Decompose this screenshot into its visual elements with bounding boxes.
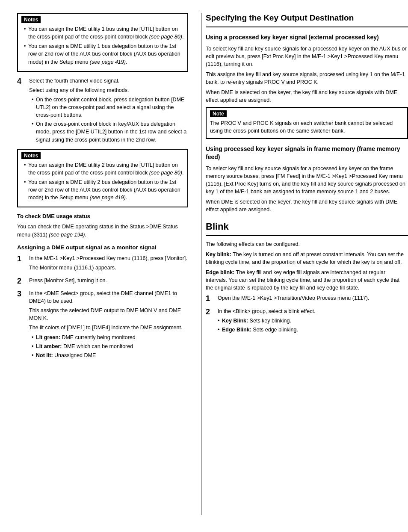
- note-title-right: Note: [210, 110, 227, 117]
- step-4-bullets: On the cross-point control block, press …: [29, 96, 188, 144]
- step-4-bullet: On the cross-point control block in key/…: [32, 120, 188, 143]
- assigning-step-2-number: 2: [17, 277, 26, 286]
- section2-title: Using processed key keyer signals in fra…: [206, 145, 408, 161]
- section1-title: Using a processed key keyer signal (exte…: [206, 33, 408, 41]
- note-item: You can assign the DME utility 2 bus usi…: [24, 161, 184, 177]
- section-frame-memory: Using processed key keyer signals in fra…: [206, 145, 408, 214]
- blink-intro: The following effects can be configured.: [206, 240, 408, 248]
- note-body-right: The PROC V and PROC K signals on each sw…: [210, 119, 404, 135]
- blink-effect-2: Edge blink: The key fill and key edge fi…: [206, 269, 408, 292]
- blink-step-1-text: Open the M/E-1 >Key1 >Transition/Video P…: [218, 294, 408, 302]
- notes-box-2: Notes You can assign the DME utility 2 b…: [17, 149, 188, 208]
- assigning-step-1-content: In the M/E-1 >Key1 >Processed Key menu (…: [29, 254, 188, 273]
- blink-bullet: Key Blink: Sets key blinking.: [218, 317, 408, 325]
- note-italic: (see page 419): [90, 195, 126, 201]
- right-column: Specifying the Key Output Destination Us…: [201, 13, 408, 515]
- blink-effect-1: Key blink: The key is turned on and off …: [206, 251, 408, 266]
- assigning-step-2-content: Press [Monitor Set], turning it on.: [29, 277, 188, 286]
- assigning-step-3-number: 3: [17, 290, 26, 299]
- blink-effect-1-bold: Key blink:: [206, 251, 231, 257]
- assigning-step-3: 3 In the <DME Select> group, select the …: [17, 290, 188, 361]
- blink-step-2-number: 2: [206, 307, 214, 317]
- step-4-bullet: On the cross-point control block, press …: [32, 96, 188, 119]
- blink-step-1-content: Open the M/E-1 >Key1 >Transition/Video P…: [218, 294, 408, 304]
- blink-step-1-number: 1: [206, 294, 214, 304]
- check-dme-body: You can check the DME operating status i…: [17, 223, 188, 238]
- left-column: Notes You can assign the DME utility 1 b…: [17, 13, 201, 515]
- section1-body2: This assigns the key fill and key source…: [206, 71, 408, 86]
- blink-title: Blink: [206, 221, 408, 236]
- note-italic: (see page 80): [149, 170, 182, 176]
- notes-list-2: You can assign the DME utility 2 bus usi…: [21, 161, 184, 202]
- assigning-step-1-text: In the M/E-1 >Key1 >Processed Key menu (…: [29, 254, 188, 262]
- check-dme-heading: To check DME usage status: [17, 213, 188, 220]
- notes-title-2: Notes: [21, 152, 41, 159]
- assigning-step-2: 2 Press [Monitor Set], turning it on.: [17, 277, 188, 286]
- page: Notes You can assign the DME utility 1 b…: [0, 0, 408, 532]
- step-4-content: Select the fourth channel video signal. …: [29, 77, 188, 145]
- notes-box-1: Notes You can assign the DME utility 1 b…: [17, 13, 188, 72]
- assigning-bullet: Lit green: DME currently being monitored: [32, 334, 188, 341]
- assigning-section: Assigning a DME output signal as a monit…: [17, 244, 188, 361]
- note-italic: (see page 419): [90, 59, 126, 65]
- blink-step-1: 1 Open the M/E-1 >Key1 >Transition/Video…: [206, 294, 408, 304]
- step-4-main: Select the fourth channel video signal.: [29, 77, 188, 85]
- note-item: You can assign a DME utility 2 bus deleg…: [24, 178, 184, 201]
- blink-step-2-content: In the <Blink> group, select a blink eff…: [218, 307, 408, 335]
- note-box-right: Note The PROC V and PROC K signals on ea…: [206, 107, 408, 139]
- blink-effect-2-bold: Edge blink:: [206, 269, 234, 275]
- blink-step-2-bullets: Key Blink: Sets key blinking. Edge Blink…: [218, 317, 408, 334]
- blink-bullet: Edge Blink: Sets edge blinking.: [218, 326, 408, 334]
- check-dme-italic: (see page 194): [49, 232, 85, 238]
- blink-step-2-text: In the <Blink> group, select a blink eff…: [218, 307, 408, 315]
- section1-body3: When DME is selected on the keyer, the k…: [206, 89, 408, 104]
- notes-title-1: Notes: [21, 16, 41, 23]
- assigning-step-1-sub: The Monitor menu (1116.1) appears.: [29, 264, 188, 272]
- main-title: Specifying the Key Output Destination: [206, 13, 408, 27]
- step-4: 4 Select the fourth channel video signal…: [17, 77, 188, 145]
- blink-bullet-bold: Edge Blink:: [222, 327, 251, 333]
- assigning-step-3-text: In the <DME Select> group, select the DM…: [29, 290, 188, 305]
- section1-body1: To select key fill and key source signal…: [206, 45, 408, 68]
- note-item: You can assign a DME utility 1 bus deleg…: [24, 42, 184, 65]
- assigning-step-3-sub1: This assigns the selected DME output to …: [29, 307, 188, 322]
- check-dme-section: To check DME usage status You can check …: [17, 213, 188, 238]
- assigning-bullet-bold: Lit amber:: [36, 343, 62, 349]
- assigning-step-3-content: In the <DME Select> group, select the DM…: [29, 290, 188, 361]
- assigning-heading: Assigning a DME output signal as a monit…: [17, 244, 188, 252]
- step-4-number: 4: [17, 77, 26, 86]
- blink-section: Blink The following effects can be confi…: [206, 221, 408, 335]
- section2-body1: To select key fill and key source signal…: [206, 165, 408, 196]
- assigning-step-3-sub2: The lit colors of [DME1] to [DME4] indic…: [29, 324, 188, 331]
- assigning-step-3-bullets: Lit green: DME currently being monitored…: [29, 334, 188, 359]
- blink-step-2: 2 In the <Blink> group, select a blink e…: [206, 307, 408, 335]
- assigning-step-1: 1 In the M/E-1 >Key1 >Processed Key menu…: [17, 254, 188, 273]
- assigning-step-2-text: Press [Monitor Set], turning it on.: [29, 277, 188, 284]
- section-processed-key: Using a processed key keyer signal (exte…: [206, 33, 408, 139]
- note-italic: (see page 80): [149, 34, 182, 40]
- assigning-bullet: Lit amber: DME which can be monitored: [32, 343, 188, 350]
- assigning-step-1-number: 1: [17, 254, 26, 264]
- assigning-bullet-bold: Not lit:: [36, 352, 53, 358]
- note-item: You can assign the DME utility 1 bus usi…: [24, 25, 184, 41]
- section2-body2: When DME is selected on the keyer, the k…: [206, 198, 408, 213]
- blink-bullet-bold: Key Blink:: [222, 318, 248, 324]
- step-4-sub: Select using any of the following method…: [29, 86, 188, 94]
- assigning-bullet: Not lit: Unassigned DME: [32, 352, 188, 359]
- assigning-bullet-bold: Lit green:: [36, 334, 60, 340]
- notes-list-1: You can assign the DME utility 1 bus usi…: [21, 25, 184, 66]
